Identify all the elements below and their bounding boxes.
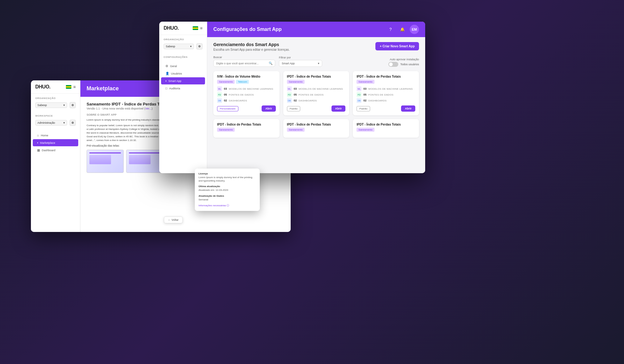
create-smart-app-button[interactable]: + Criar Novo Smart App	[375, 42, 419, 50]
card-2-title: IPDT - Índice de Perdas Totais	[287, 75, 346, 78]
header-actions: ? 🔔 EM	[386, 25, 419, 34]
card-1-open-button[interactable]: Abrir	[262, 105, 276, 112]
atualizacao-dados-value: Semanal	[199, 198, 256, 201]
partial-card-1-tags: Saneamento	[217, 128, 276, 132]
config-content: Configurações do Smart App ? 🔔 EM Gerenc…	[207, 22, 425, 173]
partial-card-3: IPDT - Índice de Perdas Totais Saneament…	[353, 119, 419, 138]
menu-icon[interactable]: ≡	[73, 84, 76, 89]
config-org-gear[interactable]: ⚙	[196, 43, 203, 49]
card-1-footer: Personalizado Abrir	[217, 105, 276, 112]
search-group: Buscar 🔍	[213, 56, 275, 67]
workspace-dropdown[interactable]: Administração ▾	[35, 120, 67, 126]
fd-icon-2: FD	[287, 92, 292, 97]
ultima-atualizacao-section: Última atualização Atualizado em: 12-03-…	[199, 185, 256, 192]
sidebar-nav: ⌂ Home ▪ Marketplace ▦ Dashboard	[31, 129, 80, 156]
stat-fd-label-3: FONTES DE DADOS	[368, 93, 393, 96]
card-3-title: IPDT - Índice de Perdas Totais	[357, 75, 415, 78]
stat-ml-label: MODELOS DE MACHINE LEARNING	[229, 88, 273, 90]
stat-ml-num: 03	[224, 87, 227, 90]
partial-tag-saneamento-3: Saneamento	[357, 128, 374, 132]
stat-db-label-2: DASHBOARDS	[299, 99, 317, 102]
stat-fd-num-2: 05	[294, 93, 297, 96]
org-dropdown[interactable]: Sabesp ▾	[35, 102, 67, 108]
stat-ml-label-2: MODELOS DE MACHINE LEARNING	[299, 88, 343, 90]
nav-item-auditoria[interactable]: □ Auditoria	[161, 85, 205, 92]
stat-db-label-3: DASHBOARDS	[368, 99, 387, 102]
chevron-down-icon: ▾	[318, 62, 319, 65]
card-2-open-button[interactable]: Abrir	[331, 105, 346, 112]
config-menu-icon[interactable]: ≡	[200, 26, 203, 31]
partial-card-3-tags: Saneamento	[357, 128, 415, 132]
stat-fd-num-3: 05	[363, 93, 366, 96]
card-3-open-button[interactable]: Abrir	[401, 105, 415, 112]
tag-saneamento-3: Saneamento	[357, 80, 374, 84]
search-box[interactable]: 🔍	[213, 60, 275, 67]
partial-tag-saneamento-2: Saneamento	[287, 128, 305, 132]
partial-card-3-title: IPDT - Índice de Perdas Totais	[357, 123, 415, 126]
search-label: Buscar	[213, 56, 275, 59]
atualizacao-dados-label: Atualização de Dados	[199, 195, 256, 197]
config-org-section-label: ORGANIZAÇÃO	[159, 35, 207, 42]
auto-approve-group: Auto aprovar instalação Todos usuários	[388, 58, 419, 67]
stat-fd-row: FD 05 FONTES DE DADOS	[217, 92, 276, 97]
card-2-footer: Padrão Abrir	[287, 105, 346, 112]
filter-label: Filtrar por	[279, 56, 322, 59]
config-org-dropdown[interactable]: Sabesp ▾	[164, 44, 194, 49]
licenca-section: Licença Lorem Ipsum is simply dummy text…	[199, 172, 256, 182]
ml-icon-3: ML	[357, 86, 361, 91]
version-link[interactable]: Ver...	[145, 107, 152, 110]
help-button[interactable]: ?	[386, 25, 395, 34]
search-icon: 🔍	[269, 62, 272, 65]
cards-grid: IVM - Índice de Volume Médio Saneamento …	[213, 71, 419, 115]
card-3-badge: Padrão	[357, 106, 370, 111]
info-necessarias-link[interactable]: Informações necessárias ⓘ	[199, 204, 256, 207]
card-2-badge: Padrão	[287, 106, 301, 111]
toggle-row: Todos usuários	[388, 62, 419, 67]
ml-icon-2: ML	[287, 86, 292, 91]
card-2-stats: ML 03 MODELOS DE MACHINE LEARNING FD 05 …	[287, 86, 346, 103]
content-heading: Gerenciamento dos Smart Apps	[213, 42, 290, 47]
geral-icon: ⚙	[165, 64, 168, 68]
sidebar-item-marketplace[interactable]: ▪ Marketplace	[33, 139, 78, 146]
stat-db-num: 02	[224, 99, 227, 102]
licenca-value: Lorem Ipsum is simply dummy text of the …	[199, 176, 256, 182]
config-body: Gerenciamento dos Smart Apps Escolha um …	[207, 37, 425, 173]
stat-ml-num-2: 03	[294, 87, 297, 90]
back-button[interactable]: ← Voltar	[164, 216, 183, 223]
logo: DHUO.	[35, 84, 50, 90]
workspace-selector-row: Administração ▾ ⚙	[31, 118, 80, 127]
nav-item-usuarios[interactable]: 👤 Usuários	[161, 70, 205, 77]
stat-fd-num: 05	[224, 93, 227, 96]
partial-card-2: IPDT - Índice de Perdas Totais Saneament…	[283, 119, 349, 138]
preview-image-1	[87, 150, 124, 173]
tag-saneamento: Saneamento	[217, 80, 235, 84]
smart-app-config-panel: DHUO. ≡ ORGANIZAÇÃO Sabesp ▾ ⚙ CONFIGURA…	[159, 22, 425, 173]
card-3-footer: Padrão Abrir	[357, 105, 415, 112]
preview-image-2	[126, 150, 163, 173]
workspace-gear-button[interactable]: ⚙	[70, 120, 76, 126]
nav-item-smart-app[interactable]: ▪ Smart App	[161, 77, 205, 84]
db-icon-2: DB	[287, 98, 292, 103]
smart-card-1: IVM - Índice de Volume Médio Saneamento …	[213, 71, 280, 115]
tag-saneamento-2: Saneamento	[287, 80, 305, 84]
tag-telecom: Telecom	[236, 80, 249, 84]
stat-db-num-3: 02	[363, 99, 366, 102]
notification-button[interactable]: 🔔	[398, 25, 407, 34]
config-sidebar-logo: DHUO. ≡	[159, 22, 207, 35]
search-input[interactable]	[216, 62, 267, 65]
config-nav: ⚙ Geral 👤 Usuários ▪ Smart App □ Auditor…	[159, 60, 207, 95]
filter-select[interactable]: Smart App ▾	[279, 60, 322, 67]
user-avatar[interactable]: EM	[410, 25, 419, 34]
stat-ml-num-3: 03	[363, 87, 366, 90]
nav-item-geral[interactable]: ⚙ Geral	[161, 62, 205, 70]
config-org-row: Sabesp ▾ ⚙	[159, 42, 207, 51]
config-header-title: Configurações do Smart App	[213, 27, 282, 32]
card-3-tags: Saneamento	[357, 80, 415, 84]
auto-approve-toggle[interactable]	[388, 62, 398, 67]
sidebar-item-home[interactable]: ⌂ Home	[33, 132, 78, 139]
org-gear-button[interactable]: ⚙	[70, 102, 76, 108]
sidebar-item-dashboard[interactable]: ▦ Dashboard	[33, 147, 78, 154]
sidebar-header-icons: ≡	[66, 84, 76, 89]
fd-icon: FD	[217, 92, 222, 97]
sidebar-logo-section: DHUO. ≡	[31, 80, 80, 94]
